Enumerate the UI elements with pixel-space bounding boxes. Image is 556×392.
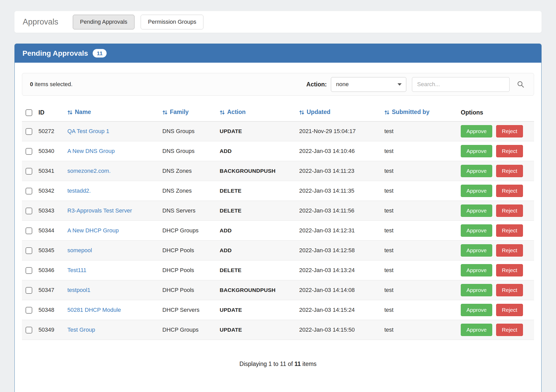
approve-button[interactable]: Approve — [461, 224, 492, 237]
row-checkbox[interactable] — [26, 267, 32, 274]
item-name-link[interactable]: testadd2. — [67, 187, 91, 194]
cell-submitted-by: test — [382, 161, 459, 181]
cell-updated: 2022-Jan-03 14:15:24 — [297, 300, 382, 320]
row-checkbox[interactable] — [26, 148, 32, 155]
cell-family: DHCP Pools — [160, 241, 218, 260]
approve-button[interactable]: Approve — [461, 165, 492, 177]
reject-button[interactable]: Reject — [496, 284, 523, 296]
table-row: 50344 A New DHCP Group DHCP Groups ADD 2… — [22, 221, 534, 241]
reject-button[interactable]: Reject — [496, 224, 523, 237]
reject-button[interactable]: Reject — [496, 264, 523, 276]
cell-updated: 2022-Jan-03 14:12:58 — [297, 241, 382, 260]
item-name-link[interactable]: QA Test Group 1 — [67, 128, 109, 134]
cell-updated: 2022-Jan-03 14:11:23 — [297, 161, 382, 181]
item-name-link[interactable]: somepool — [67, 247, 92, 254]
approvals-header-bar: Approvals Pending Approvals Permission G… — [14, 11, 542, 33]
search-input[interactable] — [412, 77, 510, 92]
row-checkbox[interactable] — [26, 327, 32, 333]
cell-id: 50346 — [36, 260, 65, 280]
reject-button[interactable]: Reject — [496, 244, 523, 257]
cell-action: UPDATE — [218, 320, 297, 340]
cell-action: ADD — [218, 141, 297, 161]
reject-button[interactable]: Reject — [496, 145, 523, 157]
reject-button[interactable]: Reject — [496, 165, 523, 177]
cell-submitted-by: test — [382, 241, 459, 260]
row-checkbox[interactable] — [26, 287, 32, 294]
reject-button[interactable]: Reject — [496, 205, 523, 217]
action-label: Action: — [306, 81, 327, 88]
cell-submitted-by: test — [382, 300, 459, 320]
cell-id: 50342 — [36, 181, 65, 201]
cell-action: UPDATE — [218, 300, 297, 320]
approve-button[interactable]: Approve — [461, 244, 492, 257]
item-name-link[interactable]: A New DNS Group — [67, 148, 115, 154]
cell-id: 50344 — [36, 221, 65, 241]
search-icon — [517, 85, 525, 89]
item-name-link[interactable]: A New DHCP Group — [67, 227, 119, 234]
cell-action: DELETE — [218, 181, 297, 201]
row-checkbox[interactable] — [26, 128, 32, 135]
item-name-link[interactable]: Test111 — [67, 267, 86, 273]
cell-action: UPDATE — [218, 121, 297, 141]
column-header-updated[interactable]: Updated — [297, 104, 382, 121]
cell-id: 50340 — [36, 141, 65, 161]
cell-family: DNS Zones — [160, 161, 218, 181]
column-header-submitted-by[interactable]: Submitted by — [382, 104, 459, 121]
approve-button[interactable]: Approve — [461, 304, 492, 316]
table-row: 50348 50281 DHCP Module DHCP Servers UPD… — [22, 300, 534, 320]
approve-button[interactable]: Approve — [461, 264, 492, 276]
table-row: 50341 somezone2.com. DNS Zones BACKGROUN… — [22, 161, 534, 181]
row-checkbox[interactable] — [26, 168, 32, 175]
reject-button[interactable]: Reject — [496, 185, 523, 197]
item-name-link[interactable]: R3-Approvals Test Server — [67, 207, 132, 214]
selected-items-text: 0 items selected. — [30, 81, 73, 88]
approvals-table: ID Name Family Action Updated — [22, 104, 534, 340]
row-checkbox[interactable] — [26, 247, 32, 254]
cell-submitted-by: test — [382, 221, 459, 241]
item-name-link[interactable]: somezone2.com. — [67, 168, 111, 174]
column-header-family[interactable]: Family — [160, 104, 218, 121]
reject-button[interactable]: Reject — [496, 324, 523, 336]
approve-button[interactable]: Approve — [461, 324, 492, 336]
row-checkbox[interactable] — [26, 188, 32, 194]
item-name-link[interactable]: Test Group — [67, 326, 95, 333]
column-header-action[interactable]: Action — [218, 104, 297, 121]
approvals-table-body: 50272 QA Test Group 1 DNS Groups UPDATE … — [22, 121, 534, 340]
row-checkbox[interactable] — [26, 307, 32, 314]
cell-updated: 2022-Jan-03 14:11:56 — [297, 201, 382, 221]
row-checkbox[interactable] — [26, 227, 32, 234]
sort-icon — [67, 110, 73, 116]
search-button[interactable] — [515, 79, 526, 90]
table-header-row: ID Name Family Action Updated — [22, 104, 534, 121]
select-all-checkbox[interactable] — [26, 109, 32, 116]
tab-permission-groups[interactable]: Permission Groups — [141, 15, 203, 29]
reject-button[interactable]: Reject — [496, 125, 523, 137]
cell-updated: 2022-Jan-03 14:14:08 — [297, 280, 382, 300]
item-name-link[interactable]: testpool1 — [67, 287, 90, 293]
cell-id: 50272 — [36, 121, 65, 141]
cell-id: 50345 — [36, 241, 65, 260]
approve-button[interactable]: Approve — [461, 205, 492, 217]
approve-button[interactable]: Approve — [461, 125, 492, 137]
column-header-name[interactable]: Name — [65, 104, 160, 121]
row-checkbox[interactable] — [26, 208, 32, 214]
item-name-link[interactable]: 50281 DHCP Module — [67, 307, 121, 313]
caret-down-icon — [398, 83, 402, 86]
cell-action: ADD — [218, 241, 297, 260]
cell-submitted-by: test — [382, 121, 459, 141]
reject-button[interactable]: Reject — [496, 304, 523, 316]
cell-id: 50347 — [36, 280, 65, 300]
cell-updated: 2022-Jan-03 14:10:46 — [297, 141, 382, 161]
cell-submitted-by: test — [382, 320, 459, 340]
tab-pending-approvals[interactable]: Pending Approvals — [73, 15, 134, 29]
approve-button[interactable]: Approve — [461, 145, 492, 157]
action-select[interactable]: none — [331, 77, 406, 92]
sort-icon — [384, 110, 390, 116]
approve-button[interactable]: Approve — [461, 284, 492, 296]
cell-submitted-by: test — [382, 181, 459, 201]
approve-button[interactable]: Approve — [461, 185, 492, 197]
page-title: Approvals — [23, 17, 58, 27]
panel-header: Pending Approvals 11 — [15, 44, 541, 63]
page: Approvals Pending Approvals Permission G… — [0, 0, 556, 392]
cell-updated: 2022-Jan-03 14:12:31 — [297, 221, 382, 241]
